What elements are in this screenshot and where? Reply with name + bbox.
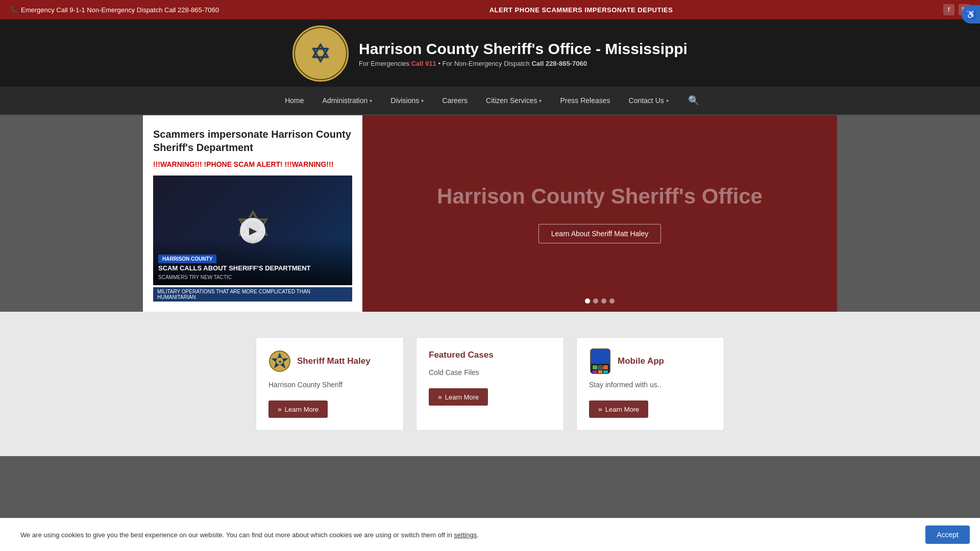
arrow-icon: »	[438, 393, 442, 401]
nav-careers-label: Careers	[442, 96, 468, 105]
chevron-down-icon: ▾	[421, 98, 424, 104]
video-thumbnail[interactable]: ✡ ▶ HARRISON COUNTY SCAM CALLS ABOUT SHE…	[153, 176, 352, 285]
hero-scam-panel: Scammers impersonate Harrison County She…	[143, 115, 362, 312]
nav-divisions-label: Divisions	[390, 96, 419, 105]
facebook-icon[interactable]: f	[943, 4, 954, 15]
app-btn-label: Learn More	[605, 406, 639, 413]
nav-home-label: Home	[285, 96, 304, 105]
video-county-label: HARRISON COUNTY	[158, 255, 216, 263]
chevron-down-icon: ▾	[539, 98, 542, 104]
accessibility-icon: ♿	[966, 10, 976, 19]
sheriff-badge-icon: ★	[268, 350, 291, 372]
nav-citizen-services-label: Citizen Services	[486, 96, 537, 105]
nav-divisions[interactable]: Divisions ▾	[381, 88, 433, 113]
hero-learn-more-button[interactable]: Learn About Sheriff Matt Haley	[538, 224, 661, 243]
app-card-header: Mobile App	[589, 350, 712, 372]
svg-text:★: ★	[278, 360, 282, 364]
accessibility-button[interactable]: ♿	[962, 5, 980, 23]
video-badge-main: SCAM CALLS ABOUT SHERIFF'S DEPARTMENT	[158, 264, 347, 272]
video-badge: HARRISON COUNTY SCAM CALLS ABOUT SHERIFF…	[153, 238, 352, 285]
warning-text: !!!WARNING!!! !PHONE SCAM ALERT! !!!WARN…	[153, 160, 352, 168]
scam-title: Scammers impersonate Harrison County She…	[153, 128, 352, 154]
site-subtitle: For Emergencies Call 911 • For Non-Emerg…	[359, 60, 688, 67]
carousel-dot-4[interactable]	[609, 298, 615, 304]
cases-card-title: Featured Cases	[429, 350, 494, 360]
top-bar: 📞 Emergency Call 9-1-1 Non-Emergency Dis…	[0, 0, 980, 19]
sheriff-card-body: Harrison County Sheriff	[268, 380, 391, 390]
alert-text: ALERT PHONE SCAMMERS IMPERSONATE DEPUTIE…	[489, 6, 673, 14]
nav-careers[interactable]: Careers	[433, 88, 477, 113]
subtitle-emergency: For Emergencies	[359, 60, 409, 67]
nav-administration[interactable]: Administration ▾	[313, 88, 382, 113]
search-button[interactable]: 🔍	[683, 87, 704, 114]
video-ticker: MILITARY OPERATIONS THAT ARE MORE COMPLI…	[153, 287, 352, 302]
header-text: Harrison County Sheriff's Office - Missi…	[359, 40, 688, 67]
arrow-icon: »	[278, 405, 282, 413]
phone-home-button	[597, 365, 603, 371]
mobile-app-card: Mobile App Stay informed with us.. » Lea…	[576, 337, 724, 431]
hero-content: Scammers impersonate Harrison County She…	[143, 115, 837, 312]
header: ✡ Harrison County Sheriff's Office - Mis…	[0, 19, 980, 87]
cases-card-body: Cold Case Files	[429, 367, 551, 378]
sheriff-btn-label: Learn More	[285, 406, 318, 413]
nav-administration-label: Administration	[323, 96, 368, 105]
cases-card-header: Featured Cases	[429, 350, 551, 360]
featured-cases-card: Featured Cases Cold Case Files » Learn M…	[416, 337, 564, 431]
cases-learn-more-button[interactable]: » Learn More	[429, 388, 488, 406]
sheriff-card: ★ Sheriff Matt Haley Harrison County She…	[256, 337, 404, 431]
sheriff-star-icon: ✡	[310, 39, 331, 68]
hero-main-panel: Harrison County Sheriff's Office Learn A…	[362, 115, 837, 312]
nav-citizen-services[interactable]: Citizen Services ▾	[477, 88, 551, 113]
phone-icon: 📞	[10, 6, 18, 13]
sheriff-card-header: ★ Sheriff Matt Haley	[268, 350, 391, 372]
app-learn-more-button[interactable]: » Learn More	[589, 400, 648, 418]
hero-right-title: Harrison County Sheriff's Office	[437, 184, 763, 209]
site-title: Harrison County Sheriff's Office - Missi…	[359, 40, 688, 58]
emergency-text: Emergency Call 9-1-1 Non-Emergency Dispa…	[21, 6, 219, 14]
mobile-app-icon	[589, 350, 611, 372]
carousel-dot-3[interactable]	[601, 298, 606, 304]
nav-contact-us-label: Contact Us	[629, 96, 664, 105]
cards-section: ★ Sheriff Matt Haley Harrison County She…	[0, 312, 980, 456]
hero-section: Scammers impersonate Harrison County She…	[0, 115, 980, 312]
chevron-down-icon: ▾	[666, 98, 669, 104]
cases-btn-label: Learn More	[445, 393, 479, 401]
subtitle-911[interactable]: Call 911	[411, 60, 436, 67]
site-logo: ✡	[292, 26, 349, 82]
app-card-body: Stay informed with us..	[589, 380, 712, 390]
video-badge-sub: SCAMMERS TRY NEW TACTIC	[158, 274, 232, 280]
sheriff-learn-more-button[interactable]: » Learn More	[268, 400, 328, 418]
app-card-title: Mobile App	[618, 356, 664, 366]
main-nav: Home Administration ▾ Divisions ▾ Career…	[0, 87, 980, 115]
top-bar-left: 📞 Emergency Call 9-1-1 Non-Emergency Dis…	[10, 6, 219, 14]
carousel-dot-1[interactable]	[585, 298, 590, 304]
chevron-down-icon: ▾	[370, 98, 372, 104]
nav-press-releases[interactable]: Press Releases	[551, 88, 619, 113]
subtitle-call-number: Call 228-865-7060	[531, 60, 586, 67]
carousel-dot-2[interactable]	[593, 298, 598, 304]
phone-screen-icon	[590, 348, 610, 374]
carousel-dots	[585, 298, 615, 304]
nav-contact-us[interactable]: Contact Us ▾	[620, 88, 678, 113]
arrow-icon: »	[598, 405, 602, 413]
subtitle-nonemergency: • For Non-Emergency Dispatch	[438, 60, 529, 67]
nav-press-releases-label: Press Releases	[560, 96, 610, 105]
sheriff-card-title: Sheriff Matt Haley	[297, 356, 371, 366]
nav-home[interactable]: Home	[276, 88, 313, 113]
